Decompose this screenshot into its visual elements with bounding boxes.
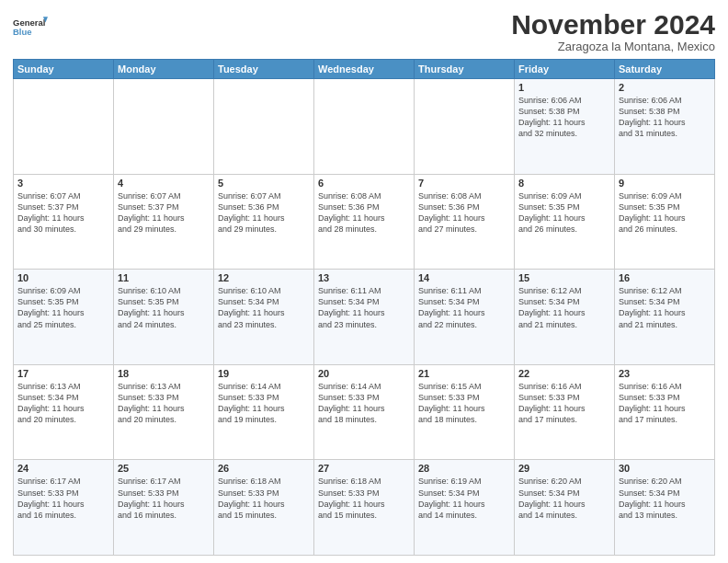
- day-info: Sunrise: 6:09 AMSunset: 5:35 PMDaylight:…: [17, 285, 109, 330]
- day-info: Sunrise: 6:17 AMSunset: 5:33 PMDaylight:…: [17, 476, 109, 521]
- page: General Blue November 2024 Zaragoza la M…: [0, 0, 728, 563]
- day-info: Sunrise: 6:19 AMSunset: 5:34 PMDaylight:…: [418, 476, 510, 521]
- day-number: 11: [118, 272, 210, 283]
- header-friday: Friday: [515, 60, 615, 79]
- day-number: 28: [418, 463, 510, 474]
- day-cell: 13Sunrise: 6:11 AMSunset: 5:34 PMDayligh…: [314, 270, 415, 365]
- day-number: 20: [318, 368, 410, 379]
- svg-text:General: General: [13, 17, 45, 28]
- day-cell: 19Sunrise: 6:14 AMSunset: 5:33 PMDayligh…: [214, 364, 314, 460]
- logo: General Blue: [13, 9, 48, 44]
- day-number: 6: [318, 178, 410, 189]
- day-cell: 2Sunrise: 6:06 AMSunset: 5:38 PMDaylight…: [615, 79, 715, 175]
- day-cell: [314, 79, 415, 175]
- day-cell: 15Sunrise: 6:12 AMSunset: 5:34 PMDayligh…: [515, 270, 615, 365]
- day-number: 8: [518, 178, 610, 189]
- header-wednesday: Wednesday: [314, 60, 415, 79]
- day-info: Sunrise: 6:07 AMSunset: 5:36 PMDaylight:…: [218, 190, 310, 236]
- header-tuesday: Tuesday: [214, 60, 314, 79]
- day-number: 10: [17, 272, 109, 283]
- week-row-1: 1Sunrise: 6:06 AMSunset: 5:38 PMDaylight…: [14, 79, 715, 175]
- week-row-4: 17Sunrise: 6:13 AMSunset: 5:34 PMDayligh…: [14, 364, 715, 460]
- day-number: 17: [17, 368, 109, 379]
- day-number: 27: [318, 463, 410, 474]
- header: General Blue November 2024 Zaragoza la M…: [13, 9, 715, 53]
- day-info: Sunrise: 6:13 AMSunset: 5:33 PMDaylight:…: [118, 381, 210, 426]
- day-cell: 12Sunrise: 6:10 AMSunset: 5:34 PMDayligh…: [214, 270, 314, 365]
- day-cell: 10Sunrise: 6:09 AMSunset: 5:35 PMDayligh…: [14, 270, 114, 365]
- day-cell: 7Sunrise: 6:08 AMSunset: 5:36 PMDaylight…: [415, 174, 515, 270]
- day-info: Sunrise: 6:18 AMSunset: 5:33 PMDaylight:…: [318, 476, 410, 521]
- day-info: Sunrise: 6:08 AMSunset: 5:36 PMDaylight:…: [418, 190, 510, 236]
- week-row-2: 3Sunrise: 6:07 AMSunset: 5:37 PMDaylight…: [14, 174, 715, 270]
- day-info: Sunrise: 6:10 AMSunset: 5:35 PMDaylight:…: [118, 285, 210, 330]
- day-info: Sunrise: 6:12 AMSunset: 5:34 PMDaylight:…: [518, 285, 610, 330]
- day-cell: 11Sunrise: 6:10 AMSunset: 5:35 PMDayligh…: [114, 270, 214, 365]
- day-number: 4: [118, 178, 210, 189]
- day-cell: 1Sunrise: 6:06 AMSunset: 5:38 PMDaylight…: [515, 79, 615, 175]
- day-number: 21: [418, 368, 510, 379]
- day-cell: 18Sunrise: 6:13 AMSunset: 5:33 PMDayligh…: [114, 364, 214, 460]
- day-info: Sunrise: 6:06 AMSunset: 5:38 PMDaylight:…: [518, 95, 610, 140]
- day-info: Sunrise: 6:20 AMSunset: 5:34 PMDaylight:…: [518, 476, 610, 521]
- day-cell: 6Sunrise: 6:08 AMSunset: 5:36 PMDaylight…: [314, 174, 415, 270]
- title-block: November 2024 Zaragoza la Montana, Mexic…: [511, 9, 715, 53]
- svg-text:Blue: Blue: [13, 28, 32, 38]
- day-info: Sunrise: 6:11 AMSunset: 5:34 PMDaylight:…: [418, 285, 510, 330]
- day-number: 24: [17, 463, 109, 474]
- day-cell: 16Sunrise: 6:12 AMSunset: 5:34 PMDayligh…: [615, 270, 715, 365]
- day-cell: [14, 79, 114, 175]
- day-number: 25: [118, 463, 210, 474]
- day-cell: 9Sunrise: 6:09 AMSunset: 5:35 PMDaylight…: [615, 174, 715, 270]
- day-number: 14: [418, 272, 510, 283]
- day-number: 9: [619, 178, 711, 189]
- day-cell: 14Sunrise: 6:11 AMSunset: 5:34 PMDayligh…: [415, 270, 515, 365]
- calendar-body: 1Sunrise: 6:06 AMSunset: 5:38 PMDaylight…: [14, 79, 715, 556]
- day-info: Sunrise: 6:11 AMSunset: 5:34 PMDaylight:…: [318, 285, 410, 330]
- day-cell: 17Sunrise: 6:13 AMSunset: 5:34 PMDayligh…: [14, 364, 114, 460]
- weekday-header-row: SundayMondayTuesdayWednesdayThursdayFrid…: [14, 60, 715, 79]
- day-cell: 5Sunrise: 6:07 AMSunset: 5:36 PMDaylight…: [214, 174, 314, 270]
- day-info: Sunrise: 6:16 AMSunset: 5:33 PMDaylight:…: [619, 381, 711, 426]
- week-row-5: 24Sunrise: 6:17 AMSunset: 5:33 PMDayligh…: [14, 460, 715, 556]
- day-cell: 24Sunrise: 6:17 AMSunset: 5:33 PMDayligh…: [14, 460, 114, 556]
- day-cell: 21Sunrise: 6:15 AMSunset: 5:33 PMDayligh…: [415, 364, 515, 460]
- day-cell: [415, 79, 515, 175]
- header-saturday: Saturday: [615, 60, 715, 79]
- month-title: November 2024: [511, 9, 715, 40]
- day-cell: 23Sunrise: 6:16 AMSunset: 5:33 PMDayligh…: [615, 364, 715, 460]
- day-number: 2: [619, 82, 711, 93]
- day-info: Sunrise: 6:16 AMSunset: 5:33 PMDaylight:…: [518, 381, 610, 426]
- day-info: Sunrise: 6:08 AMSunset: 5:36 PMDaylight:…: [318, 190, 410, 236]
- day-number: 15: [518, 272, 610, 283]
- day-cell: 8Sunrise: 6:09 AMSunset: 5:35 PMDaylight…: [515, 174, 615, 270]
- day-cell: 20Sunrise: 6:14 AMSunset: 5:33 PMDayligh…: [314, 364, 415, 460]
- day-number: 1: [518, 82, 610, 93]
- day-cell: 30Sunrise: 6:20 AMSunset: 5:34 PMDayligh…: [615, 460, 715, 556]
- day-info: Sunrise: 6:12 AMSunset: 5:34 PMDaylight:…: [619, 285, 711, 330]
- day-cell: 3Sunrise: 6:07 AMSunset: 5:37 PMDaylight…: [14, 174, 114, 270]
- day-info: Sunrise: 6:14 AMSunset: 5:33 PMDaylight:…: [318, 381, 410, 426]
- day-cell: 22Sunrise: 6:16 AMSunset: 5:33 PMDayligh…: [515, 364, 615, 460]
- day-info: Sunrise: 6:09 AMSunset: 5:35 PMDaylight:…: [518, 190, 610, 236]
- day-cell: [214, 79, 314, 175]
- calendar-table: SundayMondayTuesdayWednesdayThursdayFrid…: [13, 59, 715, 556]
- day-number: 30: [619, 463, 711, 474]
- header-thursday: Thursday: [415, 60, 515, 79]
- header-monday: Monday: [114, 60, 214, 79]
- day-number: 18: [118, 368, 210, 379]
- day-cell: 26Sunrise: 6:18 AMSunset: 5:33 PMDayligh…: [214, 460, 314, 556]
- day-number: 23: [619, 368, 711, 379]
- day-number: 22: [518, 368, 610, 379]
- day-number: 13: [318, 272, 410, 283]
- day-number: 16: [619, 272, 711, 283]
- day-info: Sunrise: 6:18 AMSunset: 5:33 PMDaylight:…: [218, 476, 310, 521]
- day-number: 12: [218, 272, 310, 283]
- day-info: Sunrise: 6:15 AMSunset: 5:33 PMDaylight:…: [418, 381, 510, 426]
- calendar-header: SundayMondayTuesdayWednesdayThursdayFrid…: [14, 60, 715, 79]
- day-number: 5: [218, 178, 310, 189]
- day-number: 7: [418, 178, 510, 189]
- day-cell: 28Sunrise: 6:19 AMSunset: 5:34 PMDayligh…: [415, 460, 515, 556]
- day-info: Sunrise: 6:13 AMSunset: 5:34 PMDaylight:…: [17, 381, 109, 426]
- day-info: Sunrise: 6:17 AMSunset: 5:33 PMDaylight:…: [118, 476, 210, 521]
